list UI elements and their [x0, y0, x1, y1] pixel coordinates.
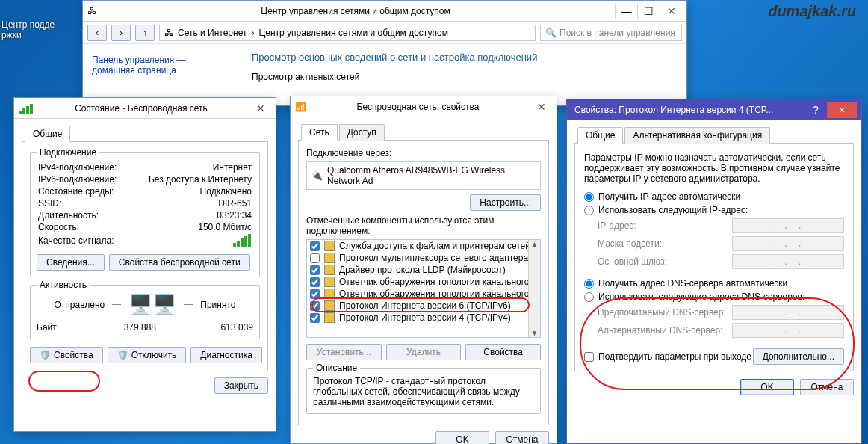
signal-quality-icon — [233, 234, 252, 247]
protocol-icon — [324, 265, 335, 275]
tab-general[interactable]: Общие — [25, 126, 70, 142]
network-icon: 🖧 — [164, 28, 173, 38]
status-window: Состояние - Беспроводная сеть ✕ Общие По… — [13, 97, 276, 432]
desktop-icon-label: Центр подде ржки — [1, 19, 55, 40]
status-title: Состояние - Беспроводная сеть — [38, 103, 244, 114]
advanced-button[interactable]: Дополнительно... — [753, 348, 844, 365]
ip-address-field: . . . — [732, 218, 844, 233]
duration-label: Длительность: — [38, 210, 130, 221]
list-item: Ответчик обнаружения топологии канальног… — [307, 276, 540, 288]
media-state-label: Состояние среды: — [38, 186, 130, 197]
uninstall-button[interactable]: Удалить — [386, 344, 462, 360]
nav-back-button[interactable]: ‹ — [87, 25, 107, 41]
watermark-text: dumajkak.ru — [768, 3, 856, 20]
ipv6-value: Без доступа к Интернету — [131, 174, 252, 185]
adapter-properties-titlebar[interactable]: 📶 Беспроводная сеть: свойства ✕ — [291, 96, 557, 117]
cancel-button[interactable]: Отмена — [800, 379, 854, 395]
explorer-window: 🖧 Центр управления сетями и общим доступ… — [82, 0, 687, 106]
cancel-button[interactable]: Отмена — [495, 431, 549, 444]
gateway-label: Основной шлюз: — [598, 256, 667, 267]
ipv4-properties-window: Свойства: Протокол Интернета версии 4 (T… — [566, 99, 862, 444]
radio-dns-auto[interactable]: Получить адрес DNS-сервера автоматически — [584, 278, 844, 289]
sent-label: Отправлено — [55, 300, 105, 310]
list-item: Протокол Интернета версии 4 (TCP/IPv4) — [307, 312, 540, 324]
bytes-recv-value: 613 039 — [221, 322, 253, 333]
status-titlebar[interactable]: Состояние - Беспроводная сеть ✕ — [14, 98, 276, 119]
scrollbar[interactable]: ▲▼ — [528, 240, 540, 337]
radio-ip-manual[interactable]: Использовать следующий IP-адрес: — [584, 205, 844, 215]
shield-icon: 🛡️ — [117, 350, 128, 360]
wifi-properties-button[interactable]: Свойства беспроводной сети — [109, 254, 250, 271]
list-item: Протокол Интернета версии 6 (TCP/IPv6) — [307, 300, 540, 312]
page-heading: Просмотр основных сведений о сети и наст… — [252, 52, 676, 63]
minimize-button[interactable]: — — [615, 3, 637, 19]
configure-button[interactable]: Настроить... — [470, 194, 541, 211]
install-button[interactable]: Установить... — [306, 344, 382, 360]
alternate-dns-field: . . . — [732, 323, 844, 338]
close-button[interactable]: ✕ — [530, 99, 552, 115]
bytes-label: Байт: — [37, 322, 59, 333]
maximize-button[interactable]: ☐ — [637, 3, 660, 19]
speed-label: Скорость: — [38, 222, 130, 232]
confirm-on-exit-checkbox[interactable]: Подтвердить параметры при выходе — [584, 351, 751, 362]
speed-value: 150.0 Мбит/с — [131, 222, 252, 232]
ssid-label: SSID: — [38, 198, 130, 209]
scroll-up-icon[interactable]: ▲ — [531, 240, 539, 248]
explorer-title: Центр управления сетями и общим доступом — [101, 6, 610, 16]
radio-ip-auto[interactable]: Получить IP-адрес автоматически — [584, 191, 844, 202]
adapter-icon: 🔌 — [311, 170, 323, 181]
monitors-icon: 🖥️🖥️ — [128, 293, 176, 316]
tab-access[interactable]: Доступ — [339, 124, 385, 141]
search-input[interactable]: 🔍 Поиск в панели управления — [540, 25, 682, 41]
diagnose-button[interactable]: Диагностика — [190, 347, 262, 363]
breadcrumb-segment[interactable]: Сеть и Интернет — [178, 28, 247, 38]
adapter-icon: 📶 — [295, 102, 306, 112]
service-icon — [324, 241, 335, 251]
disable-button[interactable]: 🛡️ Отключить — [108, 347, 187, 363]
help-button[interactable]: ? — [805, 102, 827, 118]
close-button[interactable]: Закрыть — [214, 377, 268, 394]
item-properties-button[interactable]: Свойства — [465, 344, 541, 360]
ok-button[interactable]: OK — [435, 431, 489, 444]
preferred-dns-field: . . . — [732, 305, 844, 320]
breadcrumb-segment[interactable]: Центр управления сетями и общим доступом — [258, 28, 448, 38]
explorer-sidebar: Панель управления — домашняя страница — [83, 44, 241, 104]
preferred-dns-label: Предпочитаемый DNS-сервер: — [598, 307, 726, 318]
protocol-icon — [324, 300, 335, 311]
subnet-mask-field: . . . — [732, 236, 844, 251]
scroll-down-icon[interactable]: ▼ — [531, 329, 539, 337]
ipv6-label: IPv6-подключение: — [38, 174, 130, 185]
subnet-mask-label: Маска подсети: — [598, 238, 662, 249]
ipv4-titlebar[interactable]: Свойства: Протокол Интернета версии 4 (T… — [567, 99, 861, 120]
control-panel-home-link[interactable]: Панель управления — домашняя страница — [92, 55, 232, 75]
shield-icon: 🛡️ — [40, 350, 51, 360]
network-center-icon: 🖧 — [87, 6, 96, 16]
wifi-signal-icon — [19, 103, 34, 114]
connection-group-label: Подключение — [37, 147, 99, 158]
close-button[interactable]: ✕ — [249, 100, 271, 117]
radio-dns-manual[interactable]: Использовать следующие адреса DNS-сервер… — [584, 292, 844, 302]
activity-group-label: Активность — [37, 280, 90, 290]
protocol-icon — [324, 289, 335, 299]
breadcrumb[interactable]: 🖧 Сеть и Интернет › Центр управления сет… — [159, 25, 536, 41]
ipv4-label: IPv4-подключение: — [38, 162, 130, 173]
nav-forward-button[interactable]: › — [111, 25, 131, 41]
ok-button[interactable]: OK — [740, 379, 794, 395]
alternate-dns-label: Альтернативный DNS-сервер: — [598, 325, 723, 336]
close-button[interactable]: ✕ — [660, 3, 682, 19]
components-listbox[interactable]: Служба доступа к файлам и принтерам сете… — [306, 239, 541, 338]
close-button[interactable]: × — [827, 102, 857, 118]
nav-up-button[interactable]: ↑ — [135, 25, 155, 41]
recv-label: Принято — [200, 300, 235, 310]
explorer-titlebar[interactable]: 🖧 Центр управления сетями и общим доступ… — [83, 1, 686, 22]
tab-network[interactable]: Сеть — [301, 124, 338, 141]
details-button[interactable]: Сведения... — [37, 254, 105, 271]
tab-general[interactable]: Общие — [577, 127, 623, 144]
ip-address-label: IP-адрес: — [598, 221, 636, 231]
connect-via-label: Подключение через: — [306, 148, 541, 158]
tab-alt-config[interactable]: Альтернативная конфигурация — [624, 127, 770, 144]
protocol-icon — [324, 253, 335, 263]
gateway-field: . . . — [732, 254, 844, 269]
properties-button[interactable]: 🛡️ Свойства — [30, 347, 103, 363]
signal-quality-label: Качество сигнала: — [38, 234, 130, 247]
